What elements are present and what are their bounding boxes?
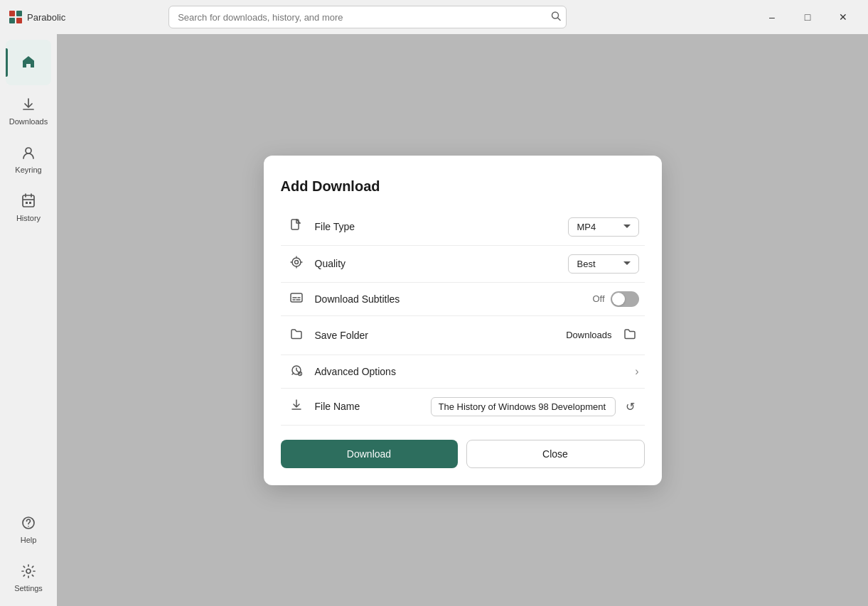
content-area: Add Download File Type MP4 [57, 34, 868, 606]
settings-icon [21, 563, 36, 581]
svg-point-6 [26, 148, 31, 153]
svg-rect-1 [16, 11, 22, 16]
svg-rect-3 [16, 18, 22, 23]
dialog-title: Add Download [281, 178, 645, 195]
file-name-icon [286, 399, 306, 414]
svg-rect-0 [9, 11, 15, 16]
close-button-dialog[interactable]: Close [466, 440, 645, 468]
file-name-control: ↺ [431, 397, 639, 416]
file-name-input[interactable] [431, 397, 616, 416]
quality-row: Quality Best Good Medium Low [281, 246, 645, 283]
svg-rect-2 [9, 18, 15, 23]
svg-point-18 [294, 261, 298, 264]
add-download-dialog: Add Download File Type MP4 [264, 156, 662, 485]
quality-icon [286, 256, 306, 271]
sidebar-item-history[interactable]: History [6, 185, 51, 230]
sidebar-item-home[interactable] [6, 40, 51, 85]
close-button[interactable]: ✕ [827, 6, 859, 28]
advanced-chevron: › [635, 365, 638, 378]
file-type-control: MP4 MKV MP3 WebM Opus [568, 217, 639, 237]
svg-point-14 [28, 526, 29, 527]
settings-label: Settings [14, 584, 43, 593]
logo-icon [9, 10, 23, 24]
subtitles-toggle[interactable] [611, 291, 639, 307]
file-type-row: File Type MP4 MKV MP3 WebM Opus [281, 209, 645, 246]
quality-control: Best Good Medium Low [568, 254, 639, 274]
svg-point-15 [26, 569, 31, 573]
subtitles-control: Off [592, 291, 638, 307]
window-controls: – □ ✕ [756, 6, 859, 28]
file-type-icon [286, 219, 306, 234]
subtitles-row: Download Subtitles Off [281, 283, 645, 316]
quality-select[interactable]: Best Good Medium Low [568, 254, 639, 274]
file-name-label: File Name [315, 401, 422, 412]
download-button[interactable]: Download [281, 440, 458, 468]
reset-filename-button[interactable]: ↺ [621, 397, 639, 416]
save-folder-icon [286, 328, 306, 343]
titlebar: Parabolic – □ ✕ [0, 0, 868, 34]
modal-overlay: Add Download File Type MP4 [57, 34, 868, 606]
maximize-button[interactable]: □ [791, 6, 824, 28]
dialog-footer: Download Close [281, 440, 645, 468]
downloads-label: Downloads [9, 117, 48, 126]
keyring-icon [21, 145, 36, 163]
svg-rect-7 [23, 195, 34, 207]
quality-label: Quality [315, 258, 559, 269]
search-input[interactable] [168, 6, 567, 28]
search-bar[interactable] [168, 6, 567, 28]
home-icon [21, 54, 36, 72]
advanced-options-row[interactable]: Advanced Options › [281, 355, 645, 389]
toggle-knob [612, 293, 625, 305]
save-folder-label: Save Folder [315, 330, 558, 341]
svg-point-17 [292, 258, 301, 266]
app-logo: Parabolic [9, 10, 65, 24]
sidebar-item-settings[interactable]: Settings [6, 555, 51, 600]
subtitles-label: Download Subtitles [315, 293, 584, 305]
minimize-button[interactable]: – [756, 6, 788, 28]
subtitles-state-label: Off [592, 293, 604, 304]
keyring-label: Keyring [15, 166, 41, 174]
main-layout: Downloads Keyring [0, 34, 868, 606]
save-folder-value: Downloads [566, 330, 611, 340]
svg-line-5 [558, 18, 561, 21]
browse-folder-button[interactable] [621, 325, 639, 346]
help-icon [21, 515, 36, 533]
history-icon [21, 193, 36, 211]
search-button[interactable] [551, 11, 561, 23]
subtitles-icon [286, 291, 306, 307]
advanced-options-label: Advanced Options [315, 366, 627, 377]
svg-rect-11 [26, 202, 28, 204]
file-type-label: File Type [315, 221, 559, 232]
file-type-select[interactable]: MP4 MKV MP3 WebM Opus [568, 217, 639, 237]
sidebar: Downloads Keyring [0, 34, 57, 606]
history-label: History [16, 214, 41, 222]
sidebar-item-keyring[interactable]: Keyring [6, 136, 51, 182]
advanced-icon [286, 364, 306, 379]
svg-rect-12 [29, 202, 31, 204]
save-folder-control: Downloads [566, 325, 638, 346]
help-label: Help [21, 536, 37, 544]
file-name-row: File Name ↺ [281, 389, 645, 426]
sidebar-item-help[interactable]: Help [6, 507, 51, 552]
chevron-right-icon: › [635, 365, 638, 378]
sidebar-item-downloads[interactable]: Downloads [6, 88, 51, 134]
app-title: Parabolic [27, 12, 65, 23]
save-folder-row: Save Folder Downloads [281, 316, 645, 355]
search-icon [551, 11, 561, 21]
downloads-icon [21, 97, 36, 114]
